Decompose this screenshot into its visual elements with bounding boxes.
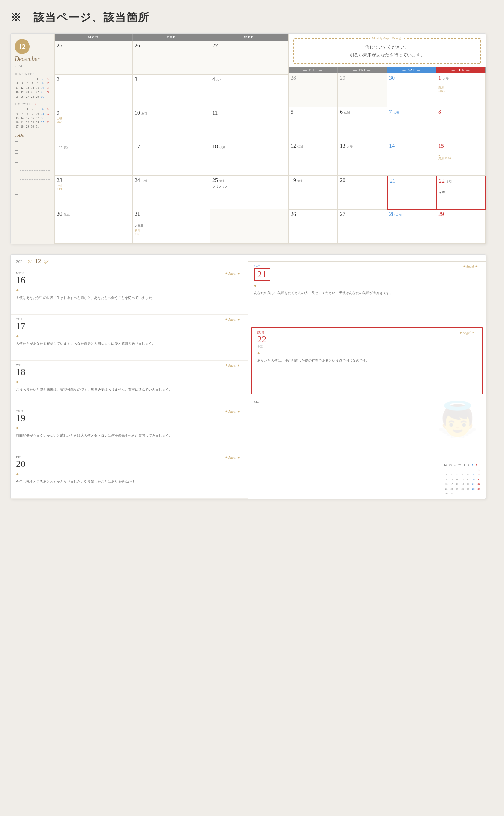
day-num-17: 17: [16, 321, 25, 332]
calendar-right-section: Monthly Angel Message 信じていてください。 明るい未来があ…: [289, 34, 486, 244]
mini-cal-bottom: 12 M T W T F S S 1 2345678 9101112131415…: [439, 460, 486, 499]
right-cell-20: 20: [338, 176, 387, 210]
bullet-wed18: ●: [16, 379, 243, 385]
right-cell-15: 15●満月 18:00: [436, 141, 486, 175]
day-special-sun22: 冬至: [257, 345, 267, 348]
weekly-header-right: [248, 255, 486, 262]
calendar-sidebar: 12 December 2024 11 M T W T F S S 123 45…: [11, 34, 55, 244]
bullet-thu19: ●: [16, 425, 243, 431]
calendar-left-section: — MON — — TUE — — WED — 25 26 27 2 3 4友引…: [55, 34, 289, 244]
cal-cell-empty-w: [210, 209, 288, 244]
angel-message-title: Monthly Angel Message: [370, 36, 404, 40]
angel-tag-mon16: ✦ Angel ✦: [225, 272, 242, 275]
day-entry-sat21: SAT 21 ✦ Angel ✦ ● あなたの美しい笑顔をたくさんの人に見せてく…: [248, 262, 486, 327]
weekly-spread: 2024 🕊 12 🕊 MON 16 ✦ Angel ✦ ● 天使はあなたがこの…: [10, 254, 486, 499]
message-fri20: 今年も残すところあとわずかとなりました。やり残したことはありませんか？: [16, 479, 243, 485]
cal-cell-25m: 25: [55, 41, 133, 75]
cal-cell-31t: 31大晦日新月7:27: [133, 209, 210, 244]
right-cell-22: 22友引冬至: [436, 176, 486, 210]
todo-label: ToDo: [15, 133, 50, 138]
right-cell-19: 19大安: [289, 176, 338, 210]
todo-item-6: [15, 185, 50, 189]
cal-cell-9m: 9上弦0:27: [55, 108, 133, 142]
cal-cell-27w: 27: [210, 41, 288, 75]
angel-tag-wed18: ✦ Angel ✦: [225, 363, 242, 367]
cal-cell-2m: 2: [55, 75, 133, 108]
angel-message-box: Monthly Angel Message 信じていてください。 明るい未来があ…: [293, 38, 481, 64]
angel-message-text2: 明るい未来があなたを待っています。: [299, 51, 475, 59]
right-cell-29b: 29: [436, 210, 486, 244]
cal-cell-10t: 10友引: [133, 108, 210, 142]
cal-cell-23m: 23下弦7:19: [55, 176, 133, 209]
header-wed: — WED —: [210, 34, 288, 41]
cal-cell-16m: 16友引: [55, 142, 133, 176]
day-num-21: 21: [254, 268, 270, 281]
message-sun22: あなたと天使は、神が創造した愛の存在であるという点で同じなのです。: [257, 358, 477, 363]
right-cell-21: 21: [387, 176, 436, 210]
cal-cell-24t: 24仏滅: [133, 176, 210, 209]
right-grid-headers: — THU — — FRI — — SAT — — SUN —: [289, 67, 486, 73]
angel-tag-tue17: ✦ Angel ✦: [225, 318, 242, 321]
angel-message-text1: 信じていてください。: [299, 43, 475, 51]
cal-cell-25w: 25大安クリスマス: [210, 176, 288, 209]
angel-tag-sun22: ✦ Angel ✦: [459, 331, 477, 335]
month-year: 2024: [15, 64, 50, 68]
todo-item-3: [15, 158, 50, 163]
bullet-sat21: ●: [254, 283, 481, 288]
bullet-sun22: ●: [257, 351, 477, 356]
right-cell-26: 26: [289, 210, 338, 244]
right-cell-8: 8: [436, 107, 486, 141]
weekly-header-left: 2024 🕊 12 🕊: [11, 255, 248, 269]
message-wed18: こうありたいと望む未来は、実現可能なのです。焦る必要はありません。着実に進んでい…: [16, 387, 243, 392]
weekly-left: 2024 🕊 12 🕊 MON 16 ✦ Angel ✦ ● 天使はあなたがこの…: [11, 255, 248, 499]
cal-cell-30m: 30仏滅: [55, 209, 133, 244]
angel-watermark: 👼: [436, 399, 479, 439]
month-badge: 12: [15, 39, 30, 54]
header-sat: — SAT —: [387, 67, 436, 73]
calendar-spread: 12 December 2024 11 M T W T F S S 123 45…: [10, 33, 486, 244]
day-entry-tue17: TUE 17 ✦ Angel ✦ ● 天使たちがあなたを祝福しています。あなた自…: [11, 315, 248, 361]
cal-cell-11w: 11: [210, 108, 288, 142]
cal-cell-4w: 4友引: [210, 75, 288, 108]
cal-cell-17t: 17: [133, 142, 210, 176]
month-name: December: [15, 55, 50, 63]
weekly-year: 2024: [16, 259, 25, 265]
right-cell-1: 1大安新月15:21: [436, 73, 486, 107]
right-cell-14: 14: [387, 141, 436, 175]
todo-item-2: [15, 150, 50, 154]
day-num-22: 22: [257, 334, 267, 345]
day-num-18: 18: [16, 367, 25, 377]
message-tue17: 天使たちがあなたを祝福しています。あなた自身と大切な人々に愛と感謝を送りましょう…: [16, 341, 243, 346]
header-thu: — THU —: [289, 67, 338, 73]
todo-item-1: [15, 141, 50, 145]
wing-icon-right: 🕊: [44, 259, 49, 265]
cal-cell-26t: 26: [133, 41, 210, 75]
todo-item-7: [15, 194, 50, 198]
right-content: SAT 21 ✦ Angel ✦ ● あなたの美しい笑顔をたくさんの人に見せてく…: [248, 262, 486, 499]
wing-icon-left: 🕊: [28, 259, 32, 265]
angel-tag-fri20: ✦ Angel ✦: [225, 456, 242, 459]
bullet-mon16: ●: [16, 288, 243, 293]
day-label-sat: SAT: [254, 265, 270, 268]
message-sat21: あなたの美しい笑顔をたくさんの人に見せてください。天使はあなたの笑顔が大好きです…: [254, 290, 481, 296]
day-num-16: 16: [16, 275, 25, 286]
memo-label: Memo: [254, 400, 481, 404]
day-num-20: 20: [16, 459, 25, 470]
right-cell-13: 13大安: [338, 141, 387, 175]
weekly-right: SAT 21 ✦ Angel ✦ ● あなたの美しい笑顔をたくさんの人に見せてく…: [248, 255, 486, 499]
right-cell-28: 28: [289, 73, 338, 107]
day-entry-wed18: WED 18 ✦ Angel ✦ ● こうありたいと望む未来は、実現可能なのです…: [11, 361, 248, 407]
cal-cell-3t: 3: [133, 75, 210, 108]
left-grid-headers: — MON — — TUE — — WED —: [55, 34, 288, 41]
day-entry-thu19: THU 19 ✦ Angel ✦ ● 時間配分がうまくいかないと感じたときは大天…: [11, 407, 248, 453]
cal-cell-18w: 18仏滅: [210, 142, 288, 176]
angel-tag-thu19: ✦ Angel ✦: [225, 410, 242, 413]
day-entry-sun22: SUN 22 冬至 ✦ Angel ✦ ● あなたと天使は、神が創造した愛の存在…: [251, 327, 483, 394]
message-thu19: 時間配分がうまくいかないと感じたときは大天使メタトロンに何を優先すべきか質問して…: [16, 433, 243, 438]
right-cell-12: 12仏滅: [289, 141, 338, 175]
right-cell-28b: 28友引: [387, 210, 436, 244]
header-tue: — TUE —: [133, 34, 210, 41]
right-cell-27: 27: [338, 210, 387, 244]
right-cell-29: 29: [338, 73, 387, 107]
header-fri: — FRI —: [338, 67, 387, 73]
